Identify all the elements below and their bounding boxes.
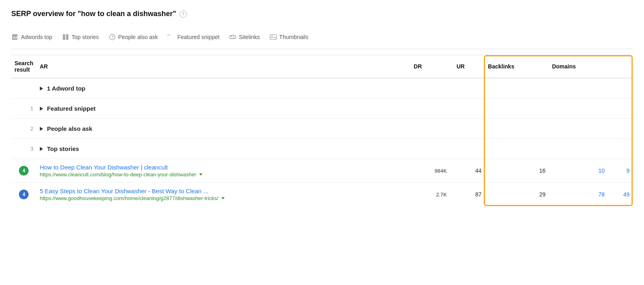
group-backlinks-cell (549, 139, 608, 159)
result-ur: 29 (485, 183, 549, 207)
domains-link[interactable]: 9 (626, 167, 630, 174)
group-backlinks-cell (549, 119, 608, 139)
group-dr-cell (453, 78, 485, 99)
expand-arrow-icon[interactable] (40, 87, 43, 91)
table-row-result: 45 Easy Steps to Clean Your Dishwasher -… (11, 183, 633, 207)
serp-features-bar: Ad Adwords top Top stories (11, 32, 633, 49)
expand-arrow-icon[interactable] (40, 107, 43, 111)
group-dr-cell (453, 139, 485, 159)
svg-rect-3 (66, 34, 68, 40)
serp-table-container: Search result AR DR UR Backlinks Domains… (11, 55, 633, 206)
group-ur-cell (485, 78, 549, 99)
svg-text:?: ? (111, 35, 114, 39)
featured-snippet-label: Featured snippet (177, 34, 219, 40)
rank-badge: 4 (19, 190, 29, 199)
group-ar-cell (411, 119, 453, 139)
rank-badge: 4 (19, 166, 29, 176)
result-main-cell: 5 Easy Steps to Clean Your Dishwasher - … (37, 183, 411, 207)
feature-people-also-ask[interactable]: ? People also ask (109, 32, 158, 42)
url-dropdown-icon[interactable] (221, 197, 225, 199)
top-stories-label: Top stories (72, 34, 99, 40)
group-ur-cell (485, 99, 549, 119)
result-dr: 87 (453, 183, 485, 207)
result-title-link[interactable]: 5 Easy Steps to Clean Your Dishwasher - … (40, 188, 407, 194)
group-ar-cell (411, 78, 453, 99)
expand-arrow-icon[interactable] (40, 147, 43, 151)
group-domains-cell (608, 78, 633, 99)
feature-sitelinks[interactable]: Sitelinks (229, 32, 260, 42)
result-rank-cell: 4 (11, 183, 37, 207)
group-dr-cell (453, 119, 485, 139)
col-header-ur: UR (453, 55, 485, 78)
backlinks-link[interactable]: 10 (599, 167, 605, 174)
svg-rect-2 (63, 34, 65, 40)
row-num-cell: 3 (11, 139, 37, 159)
result-main-cell: How to Deep Clean Your Dishwasher | clea… (37, 159, 411, 183)
group-domains-cell (608, 139, 633, 159)
url-dropdown-icon[interactable] (199, 173, 202, 176)
group-backlinks-cell (549, 78, 608, 99)
group-ur-cell (485, 139, 549, 159)
result-dr: 44 (453, 159, 485, 183)
link-icon (229, 33, 236, 41)
table-row-result: 4How to Deep Clean Your Dishwasher | cle… (11, 159, 633, 183)
group-domains-cell (608, 99, 633, 119)
sitelinks-label: Sitelinks (239, 34, 260, 40)
result-url-text: https://www.goodhousekeeping.com/home/cl… (40, 195, 407, 201)
row-num-cell (11, 78, 37, 99)
group-backlinks-cell (549, 99, 608, 119)
group-label-cell: People also ask (37, 119, 411, 139)
group-label-cell: Featured snippet (37, 99, 411, 119)
row-num-cell: 2 (11, 119, 37, 139)
stories-icon (62, 33, 69, 41)
result-url-text: https://www.cleancult.com/blog/how-to-de… (40, 171, 407, 178)
feature-featured-snippet[interactable]: " Featured snippet (167, 32, 219, 42)
group-ar-cell (411, 99, 453, 119)
result-rank-cell: 4 (11, 159, 37, 183)
table-row-group: 3Top stories (11, 139, 633, 159)
page-title: SERP overview for "how to clean a dishwa… (11, 10, 633, 18)
group-label-cell: Top stories (37, 139, 411, 159)
row-num-cell: 1 (11, 99, 37, 119)
result-title-link[interactable]: How to Deep Clean Your Dishwasher | clea… (40, 164, 407, 171)
col-header-dr: DR (411, 55, 453, 78)
result-ur: 16 (485, 159, 549, 183)
ad-icon: Ad (11, 33, 19, 41)
quote-icon: " (167, 33, 175, 41)
image-icon (270, 33, 277, 41)
result-backlinks-cell: 10 (549, 159, 608, 183)
group-ur-cell (485, 119, 549, 139)
adwords-top-label: Adwords top (21, 34, 52, 40)
feature-thumbnails[interactable]: Thumbnails (270, 32, 308, 42)
help-icon[interactable]: ? (180, 10, 187, 18)
serp-table: Search result AR DR UR Backlinks Domains… (11, 55, 633, 206)
group-ar-cell (411, 139, 453, 159)
col-header-domains: Domains (549, 55, 608, 78)
feature-adwords-top[interactable]: Ad Adwords top (11, 32, 52, 42)
group-dr-cell (453, 99, 485, 119)
domains-link[interactable]: 49 (623, 191, 630, 198)
question-icon: ? (109, 33, 116, 41)
result-backlinks-cell: 78 (549, 183, 608, 207)
feature-top-stories[interactable]: Top stories (62, 32, 99, 42)
result-ar: 2.7K (411, 183, 453, 207)
result-ar: 984K (411, 159, 453, 183)
table-row-group: 1Featured snippet (11, 99, 633, 119)
group-label-cell: 1 Adword top (37, 78, 411, 99)
col-header-backlinks: Backlinks (485, 55, 549, 78)
col-header-search-result: Search result (11, 55, 37, 78)
expand-arrow-icon[interactable] (40, 127, 43, 131)
result-domains-cell: 49 (608, 183, 633, 207)
table-row-group: 1 Adword top (11, 78, 633, 99)
col-header-ar: AR (37, 55, 411, 78)
svg-rect-7 (270, 35, 277, 39)
backlinks-link[interactable]: 78 (599, 191, 605, 198)
svg-text:Ad: Ad (13, 35, 18, 39)
group-domains-cell (608, 119, 633, 139)
table-row-group: 2People also ask (11, 119, 633, 139)
result-domains-cell: 9 (608, 159, 633, 183)
people-also-ask-label: People also ask (118, 34, 158, 40)
svg-text:": " (167, 34, 170, 40)
title-text: SERP overview for "how to clean a dishwa… (11, 10, 176, 18)
thumbnails-label: Thumbnails (279, 34, 308, 40)
